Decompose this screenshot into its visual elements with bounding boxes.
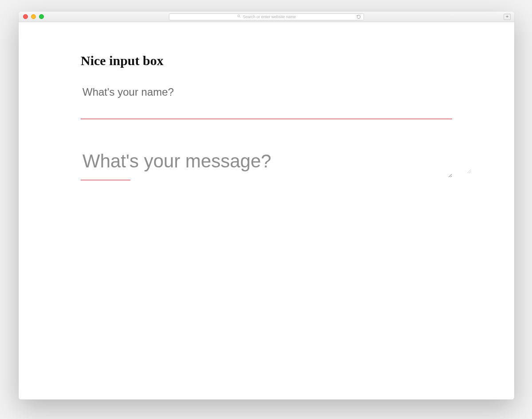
svg-line-3	[469, 171, 471, 173]
name-field-row	[81, 86, 452, 119]
name-input[interactable]	[81, 86, 452, 119]
zoom-window-button[interactable]	[39, 14, 44, 19]
message-input[interactable]	[81, 151, 452, 178]
close-window-button[interactable]	[23, 14, 28, 19]
svg-line-1	[239, 17, 240, 18]
svg-line-2	[467, 170, 471, 173]
address-bar[interactable]: Search or enter website name	[169, 13, 364, 20]
plus-icon: +	[506, 14, 509, 19]
resize-grip-icon	[466, 167, 471, 171]
search-icon	[237, 14, 241, 19]
message-field-row	[81, 151, 452, 179]
page-content: Nice input box	[19, 22, 514, 400]
minimize-window-button[interactable]	[31, 14, 36, 19]
titlebar: Search or enter website name +	[19, 12, 514, 22]
reload-button[interactable]	[356, 15, 361, 19]
browser-window: Search or enter website name + Nice inpu…	[19, 12, 514, 400]
address-bar-wrap: Search or enter website name	[169, 13, 364, 20]
message-underline	[81, 180, 130, 181]
address-placeholder: Search or enter website name	[237, 14, 296, 19]
page-title: Nice input box	[81, 53, 452, 68]
svg-point-0	[238, 15, 240, 17]
window-controls	[23, 14, 44, 19]
new-tab-button[interactable]: +	[504, 14, 511, 20]
address-placeholder-text: Search or enter website name	[243, 15, 296, 19]
